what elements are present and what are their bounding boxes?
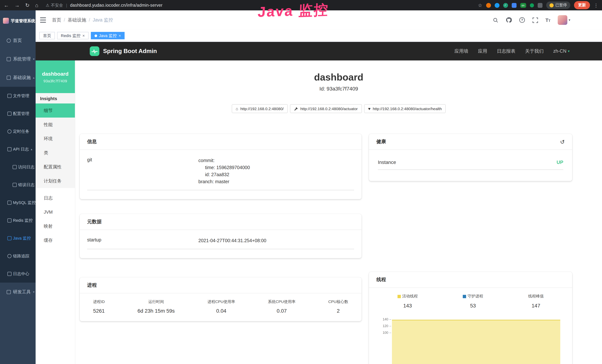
- sba-menu-classes[interactable]: 类: [36, 146, 75, 160]
- active-tab-dot: [94, 34, 97, 37]
- legend-peak-threads: 线程峰值 147: [528, 294, 544, 309]
- breadcrumb-infrastructure[interactable]: 基础设施: [68, 17, 86, 23]
- actuator-url-link[interactable]: http://192.168.0.2:48080/actuator: [290, 104, 362, 113]
- legend-live-threads: 活动线程 143: [397, 294, 418, 309]
- instance-header: dashboard 93a3fc7f7409: [36, 60, 75, 93]
- tab-redis-monitor[interactable]: Redis 监控 ×: [57, 32, 88, 39]
- bookmark-star-icon[interactable]: ☆: [478, 2, 482, 8]
- address-bar[interactable]: ⚠不安全 | dashboard.yudao.iocoder.cn/infra/…: [46, 2, 478, 8]
- instance-id: 93a3fc7f7409: [43, 78, 67, 83]
- sba-nav-applications[interactable]: 应用: [478, 48, 487, 54]
- switch-on-extension-icon[interactable]: on: [520, 3, 526, 8]
- health-card-body: Instance UP: [369, 150, 572, 181]
- sidebar-item-log-center[interactable]: 日志中心: [0, 265, 36, 283]
- svg-text:?: ?: [521, 18, 523, 22]
- threads-legend: 活动线程 143 守护进程 53 线程峰值: [375, 294, 566, 309]
- sba-menu-logs[interactable]: 日志: [36, 191, 75, 205]
- sba-menu-config-props[interactable]: 配置属性: [36, 160, 75, 174]
- on-badge-label: on: [522, 4, 525, 7]
- locale-select[interactable]: zh-CN ▾: [553, 49, 570, 54]
- sidebar-item-trace[interactable]: 链路追踪: [0, 247, 36, 265]
- sba-nav-wallboard[interactable]: 应用墙: [454, 48, 468, 54]
- breadcrumb-home[interactable]: 首页: [52, 17, 61, 23]
- sidebar-item-access-logs[interactable]: 访问日志: [0, 158, 36, 176]
- profile-paused-badge[interactable]: 已暂停: [546, 1, 570, 9]
- chevron-up-icon: ▴: [31, 147, 32, 151]
- sba-menu-environment[interactable]: 环境: [36, 132, 75, 146]
- detail-subtitle: Id: 93a3fc7f7409: [75, 86, 602, 92]
- security-warning[interactable]: ⚠不安全: [46, 2, 63, 8]
- avatar-caret-icon[interactable]: ▾: [569, 18, 570, 22]
- sidebar-item-mysql-monitor[interactable]: MySQL 监控: [0, 193, 36, 211]
- sidebar-item-scheduled-tasks[interactable]: 定时任务: [0, 122, 36, 140]
- reload-icon[interactable]: ↻: [25, 2, 30, 8]
- close-tab-icon[interactable]: ×: [119, 33, 121, 38]
- sidebar-item-system-management[interactable]: 系统管理 ▾: [0, 50, 36, 68]
- ytick-100: 100: [379, 331, 388, 334]
- health-url-link[interactable]: ♥ http://192.168.0.2:48080/actuator/heal…: [364, 104, 446, 113]
- help-icon[interactable]: ?: [519, 17, 525, 23]
- home-icon[interactable]: ⌂: [35, 2, 38, 8]
- ytick-140: 140: [379, 317, 388, 321]
- mysql-icon: [7, 201, 11, 204]
- sba-menu-scheduled-tasks[interactable]: 计划任务: [36, 174, 75, 188]
- fox-extension-icon[interactable]: [486, 3, 491, 8]
- sidebar-item-file-management[interactable]: 文件管理: [0, 87, 36, 105]
- api-log-icon: [7, 147, 11, 151]
- sidebar-item-home[interactable]: 首页: [0, 31, 36, 50]
- file-icon: [7, 94, 11, 98]
- tab-java-monitor[interactable]: Java 监控 ×: [91, 32, 125, 39]
- sidebar-item-dev-tools[interactable]: 研发工具 ▾: [0, 283, 36, 301]
- drop-extension-icon[interactable]: [494, 3, 499, 8]
- sba-nav-about[interactable]: 关于我们: [525, 48, 544, 54]
- font-size-icon[interactable]: TT: [546, 17, 550, 23]
- search-icon[interactable]: [493, 17, 498, 23]
- git-id-line: id: 27aa832: [198, 171, 250, 178]
- forward-icon[interactable]: →: [14, 2, 20, 8]
- sidebar-item-config-management[interactable]: 配置管理: [0, 105, 36, 122]
- health-instance-row: Instance UP: [378, 160, 563, 170]
- back-icon[interactable]: ←: [4, 2, 9, 8]
- sidebar-item-java-monitor[interactable]: Java 监控: [0, 229, 36, 247]
- address-divider: |: [66, 3, 67, 7]
- live-threads-area-series: [392, 320, 560, 364]
- fullscreen-icon[interactable]: [532, 17, 538, 23]
- devtools-icon: [7, 290, 11, 294]
- chevron-down-icon: ▾: [568, 49, 570, 53]
- config-icon: [7, 111, 11, 116]
- sba-menu-metrics[interactable]: 性能: [36, 118, 75, 132]
- grid-extension-icon[interactable]: [512, 3, 516, 8]
- user-avatar[interactable]: [558, 15, 568, 25]
- browser-menu-icon[interactable]: ⋮: [594, 2, 599, 8]
- sba-menu-jvm[interactable]: JVM: [36, 205, 75, 219]
- sba-nav-journal[interactable]: 日志报表: [497, 48, 516, 54]
- chevron-down-icon: ▾: [33, 57, 34, 61]
- puzzle-extension-icon[interactable]: [538, 3, 542, 8]
- cards-grid: 信息 git commit: time: 1596289704000 id: 2: [80, 134, 602, 364]
- close-tab-icon[interactable]: ×: [82, 33, 85, 38]
- browser-update-button[interactable]: 更新: [574, 1, 590, 9]
- sba-menu-details[interactable]: 细节: [36, 104, 75, 118]
- service-url-link[interactable]: ⌂ http://192.168.0.2:48080/: [232, 104, 288, 113]
- github-icon[interactable]: [506, 17, 512, 23]
- app-logo[interactable]: 芋道管理系统: [0, 11, 36, 31]
- sidebar-item-infrastructure[interactable]: 基础设施 ▴: [0, 68, 36, 87]
- health-card-header: 健康 ↺: [369, 134, 572, 150]
- sidebar-item-error-logs[interactable]: 错误日志: [0, 176, 36, 193]
- leaf-extension-icon[interactable]: [530, 3, 534, 7]
- history-icon[interactable]: ↺: [560, 139, 565, 144]
- sba-menu-mappings[interactable]: 映射: [36, 219, 75, 233]
- health-heart-icon: ♥: [368, 107, 370, 111]
- sidebar-item-api-logs[interactable]: API 日志 ▴: [0, 140, 36, 158]
- sidebar-item-redis-monitor[interactable]: Redis 监控: [0, 211, 36, 229]
- topbar: 首页 / 基础设施 / Java 监控 ?: [36, 11, 602, 30]
- check-extension-icon[interactable]: ✓: [503, 3, 508, 8]
- breadcrumb-separator: /: [64, 17, 65, 23]
- sba-menu-caches[interactable]: 缓存: [36, 233, 75, 247]
- tab-home[interactable]: 首页: [39, 32, 55, 39]
- sba-brand[interactable]: Spring Boot Admin: [90, 46, 157, 56]
- git-branch-line: branch: master: [198, 178, 250, 185]
- hamburger-icon[interactable]: [40, 17, 46, 23]
- process-card-header: 进程: [80, 278, 362, 293]
- health-card: 健康 ↺ Instance UP: [369, 134, 572, 181]
